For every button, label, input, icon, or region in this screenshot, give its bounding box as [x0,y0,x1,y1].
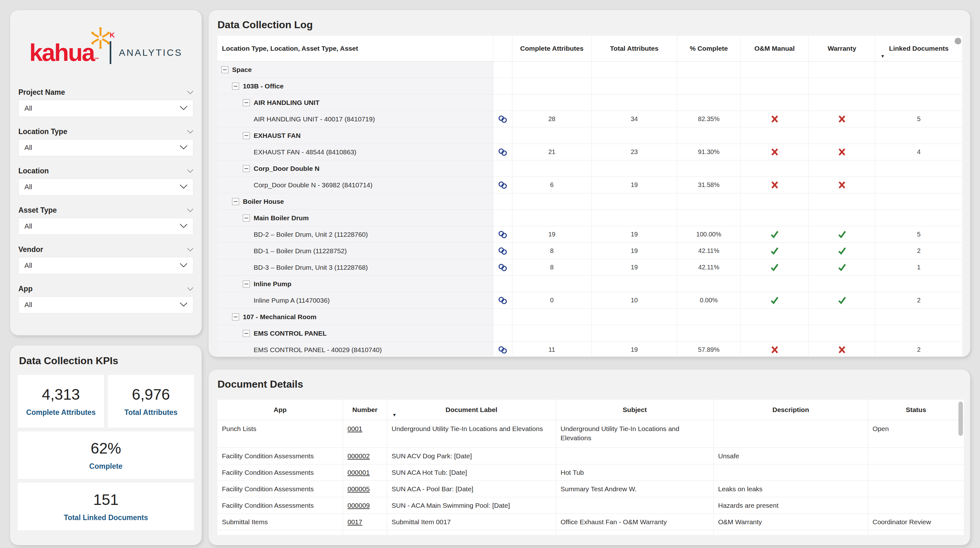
linked-documents-icon[interactable] [498,247,508,255]
collapse-toggle[interactable] [243,214,250,222]
doc-number-link[interactable]: 000005 [347,485,370,493]
app-dropdown[interactable]: All [18,296,193,313]
cross-icon [838,181,846,189]
doc-label: Submittal Item 0016 [387,530,556,535]
percent-complete-value: 42.11% [677,259,741,275]
table-row-document: Facility Condition Assessments 000009 SU… [218,497,964,514]
doc-number-link[interactable]: 0016 [347,535,363,535]
doc-app: Submittal Items [218,530,343,535]
filter-label: App [18,284,33,293]
percent-complete-value: 100.00% [677,226,741,243]
collapse-chevron-icon[interactable] [187,130,193,133]
column-header-linked-documents[interactable]: Linked Documents [875,36,962,61]
collapse-toggle[interactable] [243,132,250,139]
total-attributes-value: 23 [592,144,677,160]
doc-description: Unsafe [714,448,868,464]
dashboard-page: kahua™ K [0,0,980,548]
total-attributes-value: 10 [592,292,677,308]
cross-icon [770,115,779,123]
column-header-total-attributes[interactable]: Total Attributes [592,36,677,61]
location-type-dropdown[interactable]: All [18,139,193,156]
log-table: Location Type, Location, Asset Type, Ass… [218,36,962,356]
group-label: AIR HANDLING UNIT [254,99,320,106]
doc-app: Facility Condition Assessments [218,464,343,480]
linked-documents-icon[interactable] [498,148,508,156]
kpi-value: 62% [91,440,121,457]
collapse-toggle[interactable] [243,99,250,106]
column-header-label: Document Label [445,406,497,414]
complete-attributes-value: 8 [512,259,592,275]
doc-app: Facility Condition Assessments [218,481,343,497]
vendor-dropdown[interactable]: All [18,257,193,274]
doc-label: Underground Utility Tie-In Locations and… [387,420,556,448]
check-icon [770,264,779,272]
doc-description [714,530,868,535]
linked-documents-value: 2 [875,342,962,356]
collapse-toggle[interactable] [243,281,250,288]
linked-documents-icon[interactable] [498,297,508,304]
collapse-toggle[interactable] [232,83,239,90]
doc-number-link[interactable]: 0001 [347,424,363,433]
column-header-percent-complete[interactable]: % Complete [677,36,741,61]
linked-documents-value: 2 [875,243,962,259]
filter-location-type: Location Type All [18,127,193,156]
collapse-toggle[interactable] [232,313,239,321]
kpi-label: Total Linked Documents [64,513,148,522]
kpi-value: 151 [93,491,119,508]
doc-number-link[interactable]: 000009 [347,502,370,509]
collapse-toggle[interactable] [232,198,239,205]
kpi-total-linked-documents: 151 Total Linked Documents [18,483,194,530]
collapse-chevron-icon[interactable] [187,91,193,94]
complete-attributes-value: 6 [512,177,592,193]
doc-subject: Summary Test Andrew W. [556,481,714,497]
collapse-chevron-icon[interactable] [187,248,193,251]
doc-number-link[interactable]: 000001 [347,469,370,477]
column-header-app[interactable]: App [218,400,343,420]
column-header-om-manual[interactable]: O&M Manual [741,36,809,61]
column-header-status[interactable]: Status [868,400,964,420]
location-dropdown[interactable]: All [18,178,193,195]
column-header-description[interactable]: Description [714,400,868,420]
collapse-chevron-icon[interactable] [187,287,193,291]
doc-number-link[interactable]: 0017 [347,518,363,526]
linked-documents-icon[interactable] [498,231,508,238]
percent-complete-value: 91.30% [677,144,741,160]
collapse-chevron-icon[interactable] [187,208,193,212]
doc-label: SUN - ACA Main Swimming Pool: [Date] [387,497,556,513]
column-header-document-label[interactable]: Document Label [387,400,556,420]
collapse-toggle[interactable] [243,330,250,337]
kpi-total-attributes: 6,976 Total Attributes [108,375,194,427]
log-title: Data Collection Log [208,10,970,31]
vertical-scrollbar-thumb[interactable] [955,38,961,44]
doc-status: New [868,530,964,535]
column-header-subject[interactable]: Subject [556,400,714,420]
column-header-complete-attributes[interactable]: Complete Attributes [512,36,592,61]
collapse-toggle[interactable] [243,165,250,172]
collapse-chevron-icon[interactable] [187,169,193,173]
linked-documents-value [875,177,962,193]
linked-documents-icon[interactable] [498,181,508,189]
asset-type-dropdown[interactable]: All [18,218,193,235]
doc-number-link[interactable]: 000002 [347,452,370,460]
linked-documents-value: 2 [875,292,962,308]
dropdown-value: All [24,222,32,230]
linked-documents-icon[interactable] [498,264,508,271]
doc-app: Facility Condition Assessments [218,448,343,464]
table-row-group: AIR HANDLING UNIT [218,94,962,111]
cross-icon [770,148,779,156]
vertical-scrollbar-thumb[interactable] [958,402,963,436]
table-row-document: Facility Condition Assessments 000005 SU… [218,481,964,497]
column-header-hierarchy[interactable]: Location Type, Location, Asset Type, Ass… [218,36,493,61]
linked-documents-icon[interactable] [498,115,508,123]
column-header-link [493,36,512,61]
filter-location: Location All [18,167,193,195]
linked-documents-icon[interactable] [498,346,508,354]
project-name-dropdown[interactable]: All [18,100,193,117]
column-header-number[interactable]: Number [343,400,387,420]
group-label: EXHAUST FAN [254,132,301,140]
cross-icon [838,148,846,156]
collapse-toggle[interactable] [221,66,228,73]
column-header-warranty[interactable]: Warranty [809,36,875,61]
kahua-wordmark: kahua™ K [29,41,99,65]
table-row-document: Submittal Items 0017 Submittal Item 0017… [218,514,964,530]
